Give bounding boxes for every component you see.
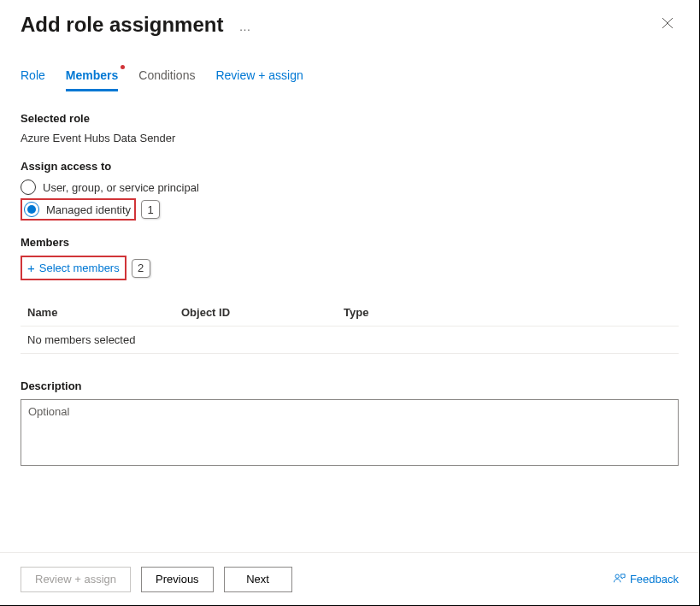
selected-role-value: Azure Event Hubs Data Sender	[21, 132, 679, 144]
page-title: Add role assignment	[21, 13, 223, 37]
radio-user-group-sp-label: User, group, or service principal	[43, 181, 199, 194]
tab-role[interactable]: Role	[21, 68, 45, 91]
feedback-link[interactable]: Feedback	[613, 573, 679, 585]
footer-bar: Review + assign Previous Next Feedback	[0, 552, 699, 605]
col-header-type: Type	[344, 306, 480, 319]
feedback-text: Feedback	[630, 573, 679, 585]
description-label: Description	[21, 379, 679, 392]
tab-review-assign[interactable]: Review + assign	[215, 68, 303, 91]
members-table: Name Object ID Type No members selected	[21, 299, 679, 354]
tab-bar: Role Members Conditions Review + assign	[0, 68, 699, 91]
callout-number: 2	[132, 259, 150, 278]
selected-role-label: Selected role	[21, 112, 679, 125]
feedback-icon	[613, 573, 626, 585]
tab-dot-indicator	[121, 65, 125, 69]
plus-icon: +	[27, 261, 35, 275]
tab-members[interactable]: Members	[66, 68, 118, 91]
previous-button[interactable]: Previous	[141, 567, 214, 592]
radio-managed-identity[interactable]: Managed identity	[22, 200, 134, 219]
content-area: Selected role Azure Event Hubs Data Send…	[0, 91, 699, 552]
tab-conditions[interactable]: Conditions	[138, 68, 195, 91]
next-button[interactable]: Next	[224, 567, 292, 592]
tab-members-label: Members	[66, 68, 118, 82]
page-root: Add role assignment … Role Members Condi…	[0, 0, 700, 606]
select-members-text: Select members	[39, 262, 120, 274]
radio-icon	[24, 202, 39, 217]
col-header-object: Object ID	[181, 306, 344, 319]
callout-highlight: + Select members	[21, 256, 126, 280]
page-header: Add role assignment …	[0, 0, 699, 38]
svg-point-2	[615, 574, 619, 578]
radio-user-group-sp[interactable]: User, group, or service principal	[21, 179, 679, 195]
radio-managed-identity-label: Managed identity	[46, 203, 131, 216]
review-assign-button[interactable]: Review + assign	[21, 567, 131, 592]
callout-number: 1	[141, 200, 160, 219]
members-empty-row: No members selected	[21, 327, 679, 353]
close-icon	[662, 17, 674, 29]
description-input[interactable]	[21, 399, 679, 466]
radio-inner-dot	[27, 205, 36, 214]
close-button[interactable]	[656, 12, 679, 38]
members-empty-text: No members selected	[27, 333, 181, 346]
members-label: Members	[21, 236, 679, 249]
more-menu-icon[interactable]: …	[238, 20, 252, 33]
assign-access-label: Assign access to	[21, 160, 679, 173]
col-header-name: Name	[27, 306, 181, 319]
select-members-link[interactable]: + Select members	[22, 257, 125, 279]
members-table-header: Name Object ID Type	[21, 299, 679, 327]
radio-icon	[21, 179, 36, 195]
callout-highlight: Managed identity	[21, 198, 136, 221]
